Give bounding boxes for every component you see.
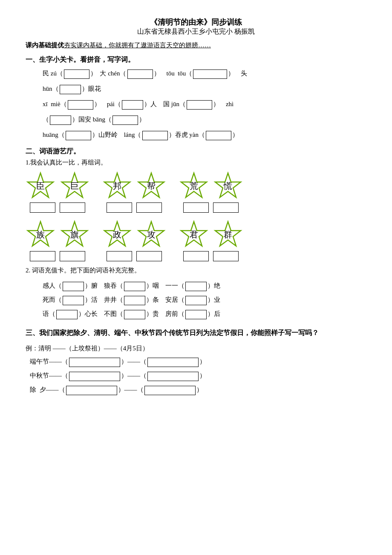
pinyin-line-2: hūn（）眼花 (43, 82, 366, 95)
blank-11[interactable] (142, 131, 168, 140)
blank-jun-word[interactable] (183, 251, 209, 261)
blank-qun-word[interactable] (213, 251, 239, 261)
star-bang2: 帮 (136, 171, 166, 201)
star-gong: 攻 (136, 220, 166, 249)
intro-text: 课内基础提优夯实课内基础，你就拥有了遨游语言天空的翅膀…… (26, 41, 366, 49)
fill-blank-1[interactable] (63, 282, 84, 291)
pinyin-line-4: （）国安 bāng（） (43, 113, 366, 126)
star-bang1: 邦 (102, 171, 132, 201)
duanwu-blank2[interactable] (147, 358, 199, 367)
chuxi-blank1[interactable] (66, 386, 117, 395)
main-title: 《清明节的由来》同步训练 (26, 17, 366, 27)
pinyin-line-5: huāng（）山野岭 láng（）吞虎 yàn（） (43, 128, 366, 141)
example-line-2: 中秋节——（）——（） (30, 369, 366, 383)
star-huang2: 慌 (213, 171, 243, 201)
fill-blank-4[interactable] (63, 296, 84, 305)
star-pair-huang: 荒 慌 (179, 171, 243, 213)
blank-qi-word[interactable] (60, 251, 85, 261)
stars-row-1: 臣 巨 邦 (26, 171, 366, 213)
stars-section: 臣 巨 邦 (26, 171, 366, 261)
star-huang1: 荒 (179, 171, 209, 201)
example-line-1: 端午节——（）——（） (30, 355, 366, 369)
section3: 三、我们国家把除夕、清明、端午、中秋节四个传统节日列为法定节假日，你能照样子写一… (26, 327, 366, 397)
fill-blank-9[interactable] (185, 310, 207, 319)
zhongqiu-blank1[interactable] (69, 372, 120, 381)
chuxi-blank2[interactable] (144, 386, 196, 395)
blank-huang1-word[interactable] (183, 202, 209, 213)
title-block: 《清明节的由来》同步训练 山东省无棣县西小王乡小屯完小 杨振凯 (26, 17, 366, 36)
blank-8[interactable] (50, 116, 71, 125)
blank-bang1-word[interactable] (107, 202, 132, 213)
fill-section: 感人（）腑 狼吞（）咽 一一（）绝 死而（）活 井井（）条 安居（）业 语（）心… (26, 279, 366, 321)
example-text: 例：清明 ——（上坟祭祖）——（4月5日） (26, 342, 366, 355)
star-jun: 君 (179, 220, 209, 249)
star-qun: 群 (213, 220, 243, 249)
section3-heading: 三、我们国家把除夕、清明、端午、中秋节四个传统节日列为法定节假日，你能照样子写一… (26, 327, 366, 338)
sub-title: 山东省无棣县西小王乡小屯完小 杨振凯 (26, 27, 366, 36)
blank-bang2-word[interactable] (136, 202, 162, 213)
blank-zheng-word[interactable] (107, 251, 132, 261)
blank-ju-word[interactable] (60, 202, 85, 213)
fill-blank-2[interactable] (124, 282, 145, 291)
star-chen: 臣 (26, 171, 55, 201)
fill-blank-3[interactable] (185, 282, 207, 291)
fill-blank-8[interactable] (124, 310, 145, 319)
intro-italic: 夯实课内基础，你就拥有了遨游语言天空的翅膀…… (64, 42, 211, 49)
section2-sub1: 1.我会认真比一比，再组词。 (26, 159, 366, 167)
blank-7[interactable] (187, 100, 212, 110)
section2-sub2: 2. 词语充值卡。把下面的词语补充完整。 (26, 266, 366, 275)
star-pair-chen-ju: 臣 巨 (26, 171, 89, 213)
fill-line-1: 感人（）腑 狼吞（）咽 一一（）绝 (43, 279, 366, 293)
intro-bold: 课内基础提优 (26, 42, 64, 49)
star-zu: 族 (26, 220, 55, 249)
star-pair-zheng-gong: 政 攻 (102, 220, 166, 261)
fill-line-3: 语（）心长 不图（）贵 房前（）后 (43, 307, 366, 321)
example-line-3: 除 夕——（）——（） (30, 383, 366, 397)
fill-blank-7[interactable] (56, 310, 78, 319)
fill-blank-5[interactable] (124, 296, 145, 305)
star-zheng: 政 (102, 220, 132, 249)
blank-chen-word[interactable] (30, 202, 55, 213)
blank-1[interactable] (64, 69, 89, 79)
blank-4[interactable] (60, 85, 81, 94)
star-ju: 巨 (60, 171, 89, 201)
section2-heading: 二、词语游艺厅。 (26, 147, 366, 156)
blank-2[interactable] (127, 69, 153, 79)
fill-blank-6[interactable] (185, 296, 207, 305)
duanwu-blank1[interactable] (69, 358, 120, 367)
blank-5[interactable] (68, 100, 93, 110)
zhongqiu-blank2[interactable] (147, 372, 199, 381)
star-qi: 旗 (60, 220, 89, 249)
blank-huang2-word[interactable] (213, 202, 239, 213)
star-pair-bang: 邦 帮 (102, 171, 166, 213)
blank-zu-word[interactable] (30, 251, 55, 261)
blank-gong-word[interactable] (136, 251, 162, 261)
blank-3[interactable] (193, 69, 227, 79)
example-block: 例：清明 ——（上坟祭祖）——（4月5日） 端午节——（）——（） 中秋节——（… (26, 342, 366, 397)
blank-10[interactable] (66, 131, 91, 140)
stars-row-2: 族 旗 政 (26, 220, 366, 261)
star-pair-jun-qun: 君 群 (179, 220, 243, 261)
blank-6[interactable] (122, 100, 143, 110)
pinyin-line-1: 民 zú（） 大 chén（） tōu tōu（） 头 (43, 67, 366, 80)
star-pair-zu-qi: 族 旗 (26, 220, 89, 261)
blank-12[interactable] (206, 131, 231, 140)
blank-9[interactable] (112, 116, 138, 125)
section1-heading: 一、生字小关卡。看拼音，写字词。 (26, 55, 366, 64)
pinyin-line-3: xī miè（） pái（）人 国 jūn（） zhì (43, 98, 366, 110)
fill-line-2: 死而（）活 井井（）条 安居（）业 (43, 293, 366, 307)
